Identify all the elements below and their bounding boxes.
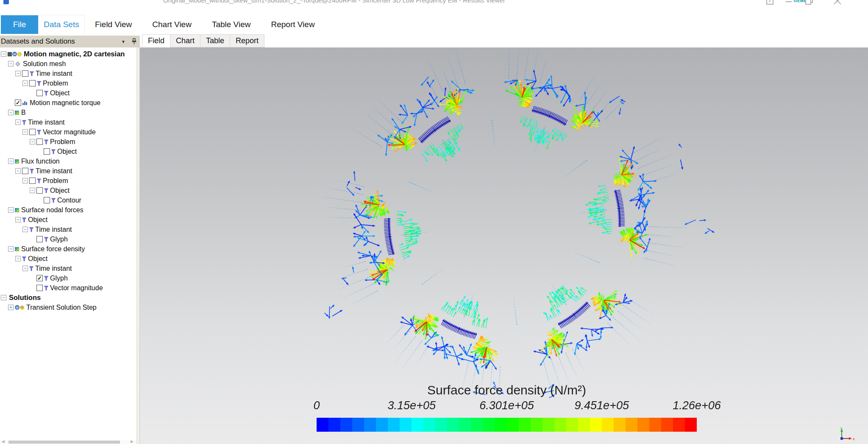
pin-icon[interactable] [128,38,140,45]
checkbox-unchecked[interactable] [36,139,43,145]
filter-funnel-icon[interactable] [44,91,48,96]
collapse-icon[interactable]: − [15,71,21,76]
tree-row-problem[interactable]: −Problem [0,78,136,88]
tree-row-vector-magnitude[interactable]: −Vector magnitude [0,127,136,137]
tree-row-object[interactable]: Object [0,88,136,98]
filter-funnel-icon[interactable] [44,188,48,193]
scroll-left-icon[interactable]: ◀ [2,439,5,444]
tree-row-solution-mesh[interactable]: −Solution mesh [0,59,136,69]
collapse-icon[interactable]: − [22,80,28,86]
filter-funnel-icon[interactable] [37,81,41,86]
filter-funnel-icon[interactable] [30,169,34,174]
menu-tab-file[interactable]: File [1,15,38,34]
tree-row-surface-nodal-forces[interactable]: −Surface nodal forces [0,205,136,215]
minimize-icon[interactable] [784,0,793,5]
checkbox-unchecked[interactable] [36,236,43,242]
menu-tab-chart-view[interactable]: Chart View [142,15,202,34]
checkbox-unchecked[interactable] [29,178,36,184]
view-tab-report[interactable]: Report [230,34,264,47]
collapse-icon[interactable]: − [22,227,28,232]
close-icon[interactable] [832,0,842,5]
checkbox-unchecked[interactable] [44,148,50,155]
tree-row-time-instant[interactable]: −Time instant [0,166,136,176]
tree-row-transient-solution-step[interactable]: +2D3DTransient Solution Step [0,302,136,312]
tree-row-contour[interactable]: Contour [0,195,136,205]
filter-funnel-icon[interactable] [30,71,34,76]
tree-row-motion-magnetic-2d-cartesian[interactable]: −2DMotion magnetic, 2D cartesian [0,49,136,59]
collapse-icon[interactable]: − [8,61,14,67]
checkbox-unchecked[interactable] [29,129,36,135]
expand-icon[interactable]: + [8,305,14,310]
menu-tab-data-sets[interactable]: Data Sets [38,15,85,34]
tree-row-glyph[interactable]: ✓Glyph [0,273,136,283]
filter-funnel-icon[interactable] [51,198,56,203]
collapse-icon[interactable]: − [22,178,28,183]
filter-funnel-icon[interactable] [44,139,48,144]
filter-funnel-icon[interactable] [22,256,26,261]
menu-tab-report-view[interactable]: Report View [261,15,325,34]
scroll-right-icon[interactable]: ▶ [131,439,134,444]
filter-funnel-icon[interactable] [37,178,41,183]
checkbox-unchecked[interactable] [36,187,43,194]
filter-funnel-icon[interactable] [29,227,33,232]
collapse-icon[interactable]: − [8,246,14,252]
filter-funnel-icon[interactable] [37,130,41,135]
checkbox-unchecked[interactable] [44,197,50,203]
collapse-icon[interactable]: − [30,188,35,193]
view-tab-field[interactable]: Field [142,34,170,47]
tree-row-solutions[interactable]: −Solutions [0,293,136,302]
menu-tab-field-view[interactable]: Field View [85,15,142,34]
tree-row-time-instant[interactable]: −Time instant [0,69,136,78]
collapse-icon[interactable]: − [8,158,14,164]
tree-row-glyph[interactable]: Glyph [0,234,136,244]
filter-funnel-icon[interactable] [22,120,26,125]
filter-funnel-icon[interactable] [44,286,48,291]
checkbox-unchecked[interactable] [36,90,43,96]
filter-funnel-icon[interactable] [29,266,33,271]
tree-row-vector-magnitude[interactable]: Vector magnitude [0,283,136,293]
collapse-icon[interactable]: − [30,139,35,144]
tree-row-problem[interactable]: −Problem [0,137,136,147]
collapse-icon[interactable]: − [15,256,21,261]
filter-funnel-icon[interactable] [22,217,26,222]
view-tab-table[interactable]: Table [200,34,230,47]
collapse-icon[interactable]: − [15,217,21,222]
tree-row-time-instant[interactable]: −Time instant [0,117,136,127]
collapse-icon[interactable]: − [22,266,28,271]
collapse-icon[interactable]: − [15,119,21,125]
collapse-icon[interactable]: − [22,129,28,135]
collapse-icon[interactable]: − [1,295,6,300]
checkbox-checked[interactable]: ✓ [36,275,43,281]
restore-icon[interactable] [804,0,814,5]
filter-funnel-icon[interactable] [44,276,48,281]
export-icon[interactable] [765,0,775,5]
horizontal-scrollbar[interactable]: ◀ ▶ [0,440,136,444]
chevron-down-icon[interactable]: ▼ [119,39,128,44]
scrollbar-thumb[interactable] [8,441,120,444]
tree-row-time-instant[interactable]: −Time instant [0,225,136,234]
collapse-icon[interactable]: − [15,168,21,174]
checkbox-checked[interactable]: ✓ [15,100,21,106]
collapse-icon[interactable]: − [8,110,14,115]
checkbox-unchecked[interactable] [36,285,43,291]
tree-row-time-instant[interactable]: −Time instant [0,264,136,273]
filter-funnel-icon[interactable] [51,149,56,154]
tree-row-motion-magnetic-torque[interactable]: ✓Motion magnetic torque [0,98,136,108]
tree-row-object[interactable]: Object [0,147,136,156]
tree-row-flux-function[interactable]: −Flux function [0,156,136,166]
tree-row-problem[interactable]: −Problem [0,176,136,186]
checkbox-unchecked[interactable] [29,80,36,86]
menu-tab-table-view[interactable]: Table View [202,15,261,34]
tree-row-surface-force-density[interactable]: −Surface force density [0,244,136,254]
collapse-icon[interactable]: − [8,207,14,213]
tree-row-object[interactable]: −Object [0,215,136,225]
tree-row-object[interactable]: −Object [0,254,136,264]
tree-row-b[interactable]: −B [0,108,136,117]
view-tab-chart[interactable]: Chart [170,34,200,47]
checkbox-unchecked[interactable] [22,168,28,174]
filter-funnel-icon[interactable] [44,237,48,242]
checkbox-unchecked[interactable] [22,70,28,77]
collapse-icon[interactable]: − [1,51,6,57]
tree-row-object[interactable]: −Object [0,186,136,195]
panel-divider[interactable] [136,47,140,444]
